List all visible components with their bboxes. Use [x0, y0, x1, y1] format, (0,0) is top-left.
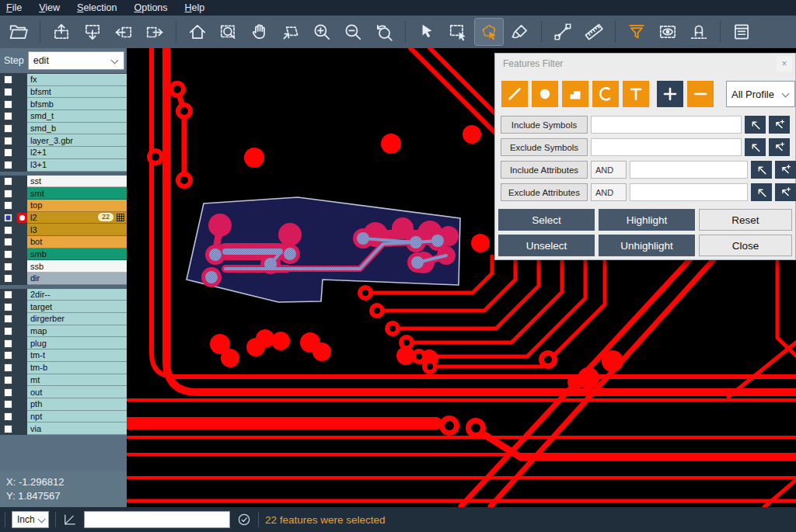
layer-label[interactable]: npt: [27, 411, 127, 423]
layer-visibility-checkbox[interactable]: [4, 363, 12, 372]
polygon-select-button[interactable]: [475, 19, 503, 45]
menu-item-options[interactable]: Options: [134, 2, 167, 13]
layer-visibility-checkbox[interactable]: [4, 214, 12, 222]
layer-visibility-checkbox[interactable]: [4, 177, 12, 186]
include-attributes-button[interactable]: Include Attributes: [501, 161, 588, 179]
layer-visibility-checkbox[interactable]: [4, 124, 12, 133]
layer-label[interactable]: tm-b: [27, 362, 127, 374]
layer-label[interactable]: plug: [27, 337, 127, 349]
include-symbols-pick-button[interactable]: [745, 116, 766, 134]
layer-visibility-checkbox[interactable]: [4, 339, 12, 348]
select-button[interactable]: Select: [498, 209, 595, 231]
include-attributes-pick-add-button[interactable]: [775, 161, 796, 179]
layer-label[interactable]: dirgerber: [27, 313, 127, 325]
filter-remove-button[interactable]: [687, 81, 714, 107]
filter-shape-line-button[interactable]: [501, 81, 528, 107]
open-button[interactable]: [5, 19, 33, 45]
rect-select-button[interactable]: [444, 19, 472, 45]
layer-visibility-checkbox[interactable]: [4, 290, 12, 299]
layer-label[interactable]: smt: [27, 187, 127, 200]
layer-visibility-checkbox[interactable]: [4, 412, 12, 421]
include-symbols-pick-add-button[interactable]: [769, 116, 790, 134]
home-button[interactable]: [183, 19, 211, 45]
highlight-button[interactable]: Highlight: [599, 209, 695, 231]
pan-up-button[interactable]: [47, 19, 75, 45]
pan-hand-button[interactable]: [246, 19, 274, 45]
exclude-symbols-pick-button[interactable]: [745, 138, 766, 156]
refresh-icon[interactable]: [236, 512, 252, 527]
exclude-attributes-pick-button[interactable]: [751, 183, 772, 201]
step-select[interactable]: edit: [28, 51, 124, 70]
layer-visibility-checkbox[interactable]: [4, 250, 12, 259]
filter-shape-arc-button[interactable]: [592, 81, 619, 107]
features-filter-button[interactable]: [623, 19, 651, 45]
zoom-out-button[interactable]: [339, 19, 367, 45]
menu-item-help[interactable]: Help: [185, 2, 205, 13]
layer-label[interactable]: top: [27, 200, 127, 212]
exclude-attributes-button[interactable]: Exclude Attributes: [501, 183, 588, 201]
layer-label[interactable]: ssb: [27, 260, 127, 273]
layer-visibility-checkbox[interactable]: [4, 137, 12, 145]
snap-mode-button[interactable]: [685, 19, 713, 45]
grid-view-icon[interactable]: [117, 214, 124, 221]
layer-label[interactable]: via: [27, 422, 127, 435]
layer-visibility-checkbox[interactable]: [4, 388, 12, 397]
layer-visibility-checkbox[interactable]: [4, 303, 12, 311]
exclude-symbols-input[interactable]: [591, 138, 742, 156]
menu-item-view[interactable]: View: [39, 2, 60, 13]
close-button[interactable]: Close: [699, 235, 792, 256]
layer-visibility-checkbox[interactable]: [4, 100, 12, 109]
layer-visibility-checkbox[interactable]: [4, 263, 12, 271]
zoom-poly-button[interactable]: [277, 19, 305, 45]
layer-label[interactable]: bot: [27, 236, 127, 249]
dialog-title-bar[interactable]: Features Filter ×: [495, 54, 795, 74]
layer-visibility-checkbox[interactable]: [4, 148, 12, 157]
measure-ruler-button[interactable]: [580, 19, 608, 45]
layer-label[interactable]: l3: [27, 224, 127, 236]
menu-item-file[interactable]: File: [6, 2, 22, 13]
command-input[interactable]: [84, 511, 230, 528]
layer-label[interactable]: out: [27, 386, 127, 398]
layer-visibility-checkbox[interactable]: [4, 238, 12, 246]
layer-visibility-checkbox[interactable]: [4, 376, 12, 384]
filter-shape-pad-button[interactable]: [532, 81, 558, 107]
layer-label[interactable]: smd_t: [27, 110, 127, 123]
layer-label[interactable]: sst: [27, 176, 127, 188]
zoom-window-button[interactable]: [215, 19, 243, 45]
layer-visibility-checkbox[interactable]: [4, 400, 12, 409]
angle-measure-icon[interactable]: [62, 512, 78, 527]
dialog-close-button[interactable]: ×: [777, 56, 792, 71]
paint-select-button[interactable]: [506, 19, 534, 45]
include-attributes-pick-button[interactable]: [751, 161, 772, 179]
layer-label[interactable]: mt: [27, 374, 127, 387]
pan-right-button[interactable]: [141, 19, 169, 45]
include-symbols-button[interactable]: Include Symbols: [501, 116, 588, 134]
layer-label[interactable]: bfsmb: [27, 98, 127, 110]
layer-label[interactable]: dir: [27, 273, 127, 285]
layer-visibility-checkbox[interactable]: [4, 351, 12, 360]
exclude-attributes-input[interactable]: [630, 183, 748, 201]
profile-select[interactable]: All Profile: [726, 81, 795, 107]
filter-add-button[interactable]: [657, 81, 683, 107]
include-attributes-input[interactable]: [630, 161, 748, 179]
layer-visibility-checkbox[interactable]: [4, 88, 12, 96]
view-options-button[interactable]: [654, 19, 682, 45]
layer-label[interactable]: pth: [27, 398, 127, 411]
layer-visibility-checkbox[interactable]: [4, 190, 12, 198]
zoom-in-button[interactable]: [308, 19, 336, 45]
layer-visibility-checkbox[interactable]: [4, 315, 12, 323]
layer-label[interactable]: smd_b: [27, 123, 127, 135]
layer-label[interactable]: l2+1: [27, 147, 127, 159]
layer-visibility-checkbox[interactable]: [4, 327, 12, 336]
layer-visibility-checkbox[interactable]: [4, 112, 12, 120]
unselect-button[interactable]: Unselect: [498, 235, 595, 256]
exclude-attributes-operator-select[interactable]: AND: [591, 183, 627, 201]
exclude-symbols-pick-add-button[interactable]: [769, 138, 790, 156]
layer-visibility-checkbox[interactable]: [4, 274, 12, 283]
layer-label[interactable]: 2dir--: [27, 289, 127, 301]
unit-select[interactable]: Inch: [12, 511, 49, 528]
layer-visibility-checkbox[interactable]: [4, 161, 12, 169]
include-symbols-input[interactable]: [591, 116, 742, 134]
layer-label[interactable]: bfsmt: [27, 86, 127, 99]
exclude-attributes-pick-add-button[interactable]: [775, 183, 796, 201]
